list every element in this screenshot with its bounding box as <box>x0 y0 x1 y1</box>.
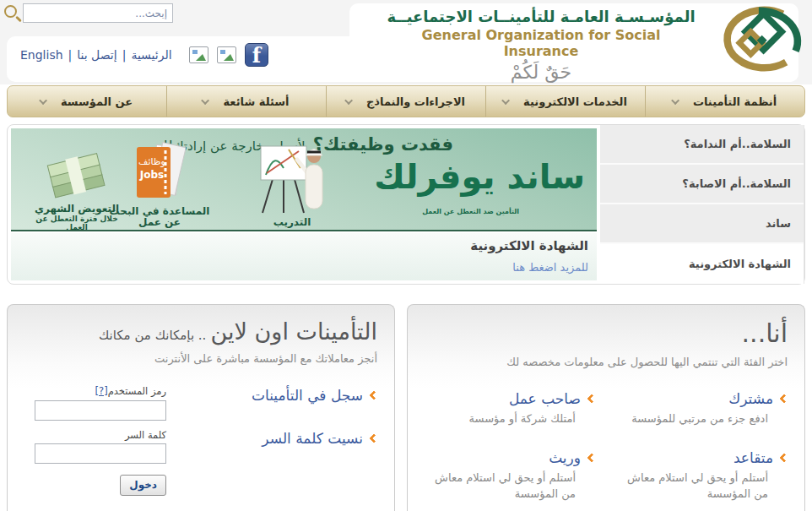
link-separator: | <box>68 48 73 62</box>
nav-item-label: أسئلة شائعة <box>223 95 289 108</box>
audience-panel: أنا... اختر الفئة التي تنتمي اليها للحصو… <box>407 304 805 511</box>
feature-sublabel: خلال فترة التعطل عن العمل <box>26 215 127 231</box>
banner-tabs: السلامة..أم الندامة؟ السلامة..أم الاصابة… <box>600 125 804 284</box>
login-panel-title: التأمينات اون لاين .. بإمكانك من مكانك <box>21 318 377 345</box>
nav-item-eservices[interactable]: الخدمات الالكترونية <box>486 86 646 117</box>
feature-label: التدريب <box>237 217 347 228</box>
retiree-link[interactable]: متقاعد <box>734 449 773 466</box>
login-links-column: سجل في التأمينات نسيت كلمة السر <box>166 382 377 496</box>
chevron-left-icon <box>779 453 788 462</box>
category-subscriber: مشترك ادفع جزء من مرتبي للمؤسسة <box>595 390 788 427</box>
login-panel-subtitle: أنجز معاملاتك مع المؤسسة مباشرة على الأن… <box>21 352 377 365</box>
chevron-left-icon <box>587 453 596 462</box>
register-link[interactable]: سجل في التأمينات <box>252 387 363 404</box>
gosi-home-page: الرئيسية|إتصل بنا|English f المؤسـسـة ال… <box>0 0 812 511</box>
nav-item-insurance-systems[interactable]: أنظمة التأمينات <box>646 86 804 117</box>
chevron-down-icon <box>39 96 47 105</box>
category-description: أستلم أو يحق لي استلام معاش من المؤسسة <box>619 470 788 503</box>
category-header: متقاعد <box>595 449 788 466</box>
banner-caption-title: الشهادة الالكترونية <box>11 238 588 253</box>
chevron-down-icon <box>344 96 353 105</box>
contact-link[interactable]: إتصل بنا <box>77 48 116 62</box>
banner-more-link[interactable]: للمزيد اضغط هنا <box>512 261 588 274</box>
org-name-arabic: المؤسـسـة العامـة للتأمينــات الاجتماعيـ… <box>387 8 696 25</box>
feature-monthly-compensation: التعويض الشهري خلال فترة التعطل عن العمل <box>26 149 127 228</box>
username-help-link[interactable]: [?] <box>95 385 108 397</box>
link-separator: | <box>122 48 127 62</box>
money-stack-icon <box>42 149 111 200</box>
svg-text:وظائف: وظائف <box>138 156 165 167</box>
password-label: كلمة السر <box>35 429 166 441</box>
chevron-down-icon <box>671 96 679 105</box>
banner-tab-safety-injury[interactable]: السلامة..أم الاصابة؟ <box>600 165 804 204</box>
audience-grid: مشترك ادفع جزء من مرتبي للمؤسسة صاحب عمل… <box>421 390 788 503</box>
chevron-down-icon <box>202 96 210 105</box>
svg-text:Jobs: Jobs <box>139 169 164 181</box>
social-icons-row: f <box>189 43 268 67</box>
audience-panel-title: أنا... <box>421 318 788 348</box>
search-input[interactable] <box>23 3 173 23</box>
saned-tagline: التأمين ضد التعطل عن العمل <box>422 208 519 215</box>
banner-tab-ecertificate[interactable]: الشهادة الالكترونية <box>600 244 804 284</box>
feature-label: التعويض الشهري <box>26 204 127 215</box>
logo-text-block: المؤسـسـة العامـة للتأمينــات الاجتماعيـ… <box>387 8 696 83</box>
chevron-down-icon <box>501 96 510 105</box>
nav-item-label: الاجراءات والنماذج <box>366 95 465 108</box>
subscriber-link[interactable]: مشترك <box>728 390 773 407</box>
nav-item-label: الخدمات الالكترونية <box>523 95 627 108</box>
login-button[interactable]: دخول <box>120 475 166 496</box>
jobs-folder-icon: وظائف Jobs <box>133 142 186 203</box>
english-link[interactable]: English <box>20 48 63 62</box>
nav-item-label: عن المؤسسة <box>61 95 133 108</box>
category-description: أستلم أو يحق لي استلام معاش من المؤسسة <box>426 470 595 503</box>
nav-item-faq[interactable]: أسئلة شائعة <box>167 86 327 117</box>
category-header: مشترك <box>595 390 788 407</box>
home-link[interactable]: الرئيسية <box>131 48 171 62</box>
category-description: أمتلك شركة أو مؤسسة <box>426 411 595 427</box>
username-label: رمز المستخدم <box>108 385 166 397</box>
image-placeholder-icon[interactable] <box>189 46 208 63</box>
nav-item-about[interactable]: عن المؤسسة <box>8 86 167 117</box>
category-description: ادفع جزء من مرتبي للمؤسسة <box>619 411 788 427</box>
forgot-password-link[interactable]: نسيت كلمة السر <box>262 430 363 447</box>
chevron-left-icon <box>369 433 378 443</box>
employer-link[interactable]: صاحب عمل <box>509 390 581 407</box>
chevron-left-icon <box>369 390 378 400</box>
audience-panel-subtitle: اختر الفئة التي تنتمي اليها للحصول على م… <box>421 356 788 368</box>
facebook-icon[interactable]: f <box>245 43 268 67</box>
category-header: صاحب عمل <box>421 390 595 407</box>
category-employer: صاحب عمل أمتلك شركة أو مؤسسة <box>421 390 595 427</box>
org-name-english: General Organization for Social Insuranc… <box>387 27 696 59</box>
banner-tab-saned[interactable]: ساند <box>600 204 804 244</box>
main-nav: أنظمة التأمينات الخدمات الالكترونية الاج… <box>7 85 805 117</box>
chevron-left-icon <box>587 394 596 403</box>
login-panel-title-main: التأمينات اون لاين <box>210 318 377 345</box>
login-panel-title-sub: .. بإمكانك من مكانك <box>99 328 206 343</box>
saned-logo-text: ساند يوفرلك <box>374 157 585 196</box>
forgot-password-link-row: نسيت كلمة السر <box>166 430 377 447</box>
banner-caption: الشهادة الالكترونية للمزيد اضغط هنا <box>11 233 597 280</box>
chevron-left-icon <box>779 394 788 403</box>
feature-training: التدريب <box>237 141 347 228</box>
image-placeholder-icon[interactable] <box>217 46 236 63</box>
heir-link[interactable]: وريث <box>549 449 581 466</box>
category-header: وريث <box>421 449 595 466</box>
promo-banner-container: فقدت وظيفتك؟ لأسباب خارجة عن إرادتك!! سا… <box>7 124 805 285</box>
search-icon[interactable] <box>4 5 17 18</box>
training-flipchart-icon <box>250 141 334 214</box>
header-utility-links: الرئيسية|إتصل بنا|English <box>20 48 172 62</box>
login-form: رمز المستخدم[?] كلمة السر دخول <box>35 382 166 496</box>
banner-tab-safety-regret[interactable]: السلامة..أم الندامة؟ <box>600 125 804 165</box>
username-input[interactable] <box>35 400 166 421</box>
password-input[interactable] <box>35 443 166 464</box>
nav-item-procedures-forms[interactable]: الاجراءات والنماذج <box>327 86 486 117</box>
online-services-panel: التأمينات اون لاين .. بإمكانك من مكانك أ… <box>7 304 395 511</box>
gosi-logo-icon[interactable] <box>709 4 805 77</box>
saned-banner-image: فقدت وظيفتك؟ لأسباب خارجة عن إرادتك!! سا… <box>11 128 597 231</box>
category-retiree: متقاعد أستلم أو يحق لي استلام معاش من ال… <box>595 449 788 503</box>
login-content-row: سجل في التأمينات نسيت كلمة السر رمز المس… <box>21 382 377 496</box>
category-heir: وريث أستلم أو يحق لي استلام معاش من المؤ… <box>421 449 595 503</box>
register-link-row: سجل في التأمينات <box>166 387 377 404</box>
org-slogan: حَقٌ لَكُمْ <box>387 62 696 83</box>
nav-item-label: أنظمة التأمينات <box>693 95 777 108</box>
